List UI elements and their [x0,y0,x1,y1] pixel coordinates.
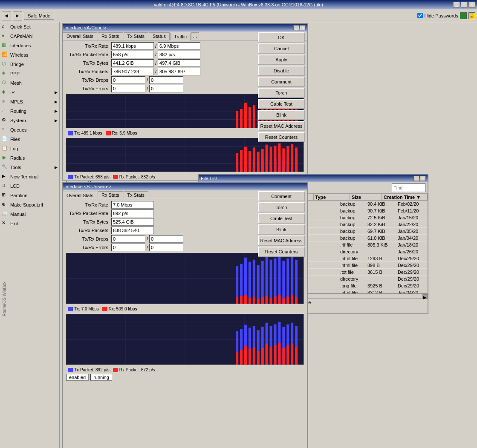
sidebar-item-system[interactable]: ⚙ System ▶ [0,116,59,125]
wireless-icon: 📶 [2,52,9,58]
svg-rect-61 [244,147,247,172]
b-tx-errors-input[interactable] [111,244,145,251]
rx-bytes-input[interactable] [158,59,200,67]
minimize-btn[interactable]: _ [453,2,460,8]
tab-more[interactable]: ... [191,32,199,40]
rx-packets-input[interactable] [158,68,200,75]
cable-test-button-a[interactable]: Cable Test [258,99,305,109]
torch-button-a[interactable]: Torch [258,88,305,98]
sidebar-item-mpls[interactable]: ◈ MPLS ▶ [0,97,59,106]
b-rx-errors-input[interactable] [149,244,183,251]
sidebar-item-wireless[interactable]: 📶 Wireless [0,50,59,60]
sidebar-item-label: Tools [10,165,21,170]
b-tx-rate-input[interactable] [111,201,154,209]
apply-button-a[interactable]: Apply [258,55,305,65]
tx-errors-input[interactable] [111,85,145,92]
terminal-icon: ▶ [2,173,9,180]
svg-rect-142 [274,345,277,365]
tab-overall-stats[interactable]: Overall Stats [63,32,97,40]
tab-b-tx-stats[interactable]: Tx Stats [124,191,148,199]
col-type[interactable]: Type [313,194,350,201]
cable-test-button-b[interactable]: Cable Test [258,213,305,224]
tx-packets-input[interactable] [111,68,154,75]
svg-rect-108 [286,296,289,304]
col-size[interactable]: Size [350,194,382,201]
tx-packet-rate-input[interactable] [111,51,154,58]
back-button[interactable]: ◀ [2,11,11,20]
file-list-close[interactable]: ✕ [420,176,426,181]
hscroll-right[interactable]: ▶ [422,294,428,299]
b-rx-packet-color [113,368,118,372]
rx-errors-input[interactable] [149,85,183,92]
file-list-minimize[interactable]: _ [413,176,419,181]
reset-counters-button-b[interactable]: Reset Counters [258,247,305,257]
sidebar-item-bridge[interactable]: ⬡ Bridge [0,60,59,69]
rx-drops-input[interactable] [149,76,183,84]
close-btn[interactable]: ✕ [468,2,475,8]
rx-color-box [106,131,111,135]
sidebar-item-ip[interactable]: ◈ IP ▶ [0,88,59,97]
tx-bytes-input[interactable] [111,59,154,67]
sidebar-item-make-supout[interactable]: ⊕ Make Supout.rif [0,200,59,210]
b-tx-packets-input[interactable] [111,227,154,234]
interface-a-close[interactable]: ✕ [300,25,306,30]
sidebar-item-interfaces[interactable]: ▦ Interfaces [0,41,59,50]
sidebar-item-mesh[interactable]: ⬡ Mesh [0,78,59,88]
sidebar-item-lcd[interactable]: □ LCD [0,181,59,191]
interface-a-minimize[interactable]: _ [293,25,299,30]
sidebar-item-partition[interactable]: ⊞ Partition [0,191,59,200]
sidebar-item-files[interactable]: 📄 Files [0,135,59,144]
blink-button-b[interactable]: Blink [258,224,305,235]
interface-a-buttons: OK Cancel Apply Disable Comment Torch Ca… [256,31,307,144]
b-rx-drops-input[interactable] [149,235,183,243]
maximize-btn[interactable]: □ [461,2,468,8]
sidebar-item-exit[interactable]: ✕ Exit [0,219,59,228]
hide-passwords-checkbox[interactable] [417,13,423,18]
col-creation[interactable]: Creation Time ▼ [382,194,427,201]
find-input[interactable] [392,184,426,192]
comment-button-b[interactable]: Comment [258,191,305,201]
disable-button-a[interactable]: Disable [258,66,305,76]
tools-icon: 🔧 [2,164,9,171]
sidebar-item-ppp[interactable]: ◈ PPP [0,69,59,78]
sidebar-item-queues[interactable]: ≡ Queues [0,125,59,135]
b-tx-packet-rate-input[interactable] [111,210,154,217]
tab-b-overall-stats[interactable]: Overall Stats [63,192,97,199]
cancel-button-a[interactable]: Cancel [258,43,305,54]
sidebar-item-capsman[interactable]: ● CAPsMAN [0,32,59,41]
sidebar-item-log[interactable]: 📋 Log [0,144,59,153]
reset-mac-button-b[interactable]: Reset MAC Address [258,235,305,246]
comment-button-a[interactable]: Comment [258,77,305,87]
tab-tx-stats[interactable]: Tx Stats [124,32,148,40]
svg-rect-98 [244,295,247,304]
sidebar-item-routing[interactable]: ⇌ Routing ▶ [0,106,59,116]
tools-arrow: ▶ [55,165,58,169]
sidebar-item-new-terminal[interactable]: ▶ New Terminal [0,172,59,181]
svg-rect-109 [291,295,293,304]
sidebar-item-quick-set[interactable]: ⌂ Quick Set [0,22,59,32]
sidebar-item-label: Mesh [10,80,22,86]
svg-rect-23 [240,109,243,128]
reset-counters-button-a[interactable]: Reset Counters [258,132,305,142]
reset-mac-button-a[interactable]: Reset MAC Address [258,121,305,131]
b-tx-bytes-input[interactable] [111,218,154,226]
sidebar-item-radius[interactable]: ◉ Radius [0,153,59,163]
ok-button-a[interactable]: OK [258,32,305,43]
tab-b-rx-stats[interactable]: Rx Stats [98,191,123,199]
rx-packet-rate-input[interactable] [158,51,200,58]
tab-status[interactable]: Status [149,32,170,40]
b-tx-drops-input[interactable] [111,235,145,243]
safe-mode-button[interactable]: Safe Mode [24,12,54,20]
torch-button-b[interactable]: Torch [258,202,305,213]
rx-rate-input[interactable] [158,42,200,50]
sidebar-item-tools[interactable]: 🔧 Tools ▶ [0,163,59,172]
tab-traffic[interactable]: Traffic [170,33,191,40]
sidebar-item-manual[interactable]: 📖 Manual [0,210,59,219]
blink-button-a[interactable]: Blink [258,110,305,120]
tx-drops-input[interactable] [111,76,145,84]
forward-button[interactable]: ▶ [13,11,22,20]
tab-rx-stats[interactable]: Rx Stats [98,32,123,40]
sidebar-item-label: New Terminal [10,174,38,179]
tx-rate-input[interactable] [111,42,154,50]
svg-rect-66 [266,145,268,172]
